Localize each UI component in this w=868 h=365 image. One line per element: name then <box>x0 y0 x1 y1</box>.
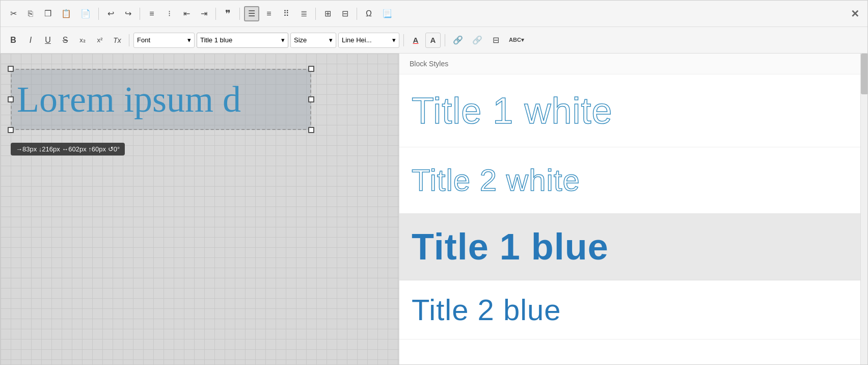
quote-button[interactable]: ❞ <box>220 6 235 21</box>
handle-middle-right[interactable] <box>308 96 314 102</box>
close-button[interactable]: ✕ <box>847 6 862 21</box>
font-select-label: Font <box>137 36 150 44</box>
style-item-title2-white[interactable]: Title 2 white <box>399 147 867 214</box>
table2-button[interactable]: ⊟ <box>337 6 352 21</box>
scrollbar-thumb[interactable] <box>861 54 867 94</box>
undo-button[interactable]: ↩ <box>103 6 118 21</box>
separator3 <box>215 8 216 20</box>
style-label-title1-blue: Title 1 blue <box>412 226 609 267</box>
style-select-arrow: ▾ <box>281 36 285 44</box>
style-item-title1-white[interactable]: Title 1 white <box>399 74 867 147</box>
position-tooltip: →83px ↓216px ↔602px ↑60px ↺0° <box>11 143 125 155</box>
superscript-button[interactable]: x² <box>92 33 107 48</box>
position-tooltip-text: →83px ↓216px ↔602px ↑60px ↺0° <box>16 145 120 153</box>
font-select[interactable]: Font ▾ <box>133 33 195 48</box>
align-justify-button[interactable]: ≣ <box>296 6 311 21</box>
bold-button[interactable]: B <box>6 33 21 48</box>
app-window: ✂ ⎘ ❒ 📋 📄 ↩ ↪ ≡ ⁝ ⇤ ⇥ ❞ ☰ ≡ ⠿ ≣ ⊞ ⊟ Ω 📃 … <box>0 0 868 365</box>
handle-bottom-left[interactable] <box>8 127 14 133</box>
cut-button[interactable]: ✂ <box>6 6 21 21</box>
canvas-text-content: Lorem ipsum d <box>11 69 311 130</box>
canvas-text: Lorem ipsum d <box>17 79 241 121</box>
subscript-button[interactable]: x₂ <box>75 33 90 48</box>
lineheight-arrow: ▾ <box>392 36 396 44</box>
handle-top-left[interactable] <box>8 66 14 72</box>
separator1 <box>98 8 99 20</box>
unordered-list-button[interactable]: ⁝ <box>161 6 177 21</box>
style-item-title1-blue[interactable]: Title 1 blue <box>399 214 867 280</box>
table3-button[interactable]: ⊟ <box>488 33 503 48</box>
toolbar-row1: ✂ ⎘ ❒ 📋 📄 ↩ ↪ ≡ ⁝ ⇤ ⇥ ❞ ☰ ≡ ⠿ ≣ ⊞ ⊟ Ω 📃 … <box>1 1 867 27</box>
dropdown-header: Block Styles <box>399 54 867 74</box>
separator7 <box>129 34 129 46</box>
toolbar-row2: B I U S x₂ x² Tx Font ▾ Title 1 blue ▾ S… <box>1 27 867 54</box>
separator4 <box>239 8 240 20</box>
paste-special-button[interactable]: 📄 <box>77 6 94 21</box>
indent-left-button[interactable]: ⇤ <box>179 6 194 21</box>
table-button[interactable]: ⊞ <box>320 6 335 21</box>
lineheight-select[interactable]: Line Hei... ▾ <box>338 33 399 48</box>
lineheight-label: Line Hei... <box>342 36 372 44</box>
size-arrow: ▾ <box>329 36 333 44</box>
separator5 <box>315 8 316 20</box>
style-item-title2-blue[interactable]: Title 2 blue <box>399 280 867 340</box>
handle-bottom-right[interactable] <box>308 127 314 133</box>
special-chars-button[interactable]: Ω <box>361 6 376 21</box>
separator8 <box>403 34 404 46</box>
style-label-title2-blue: Title 2 blue <box>412 293 561 326</box>
dropdown-header-label: Block Styles <box>410 60 448 68</box>
dropdown-panel: Block Styles Title 1 white Title 2 white… <box>399 54 867 364</box>
align-left-button[interactable]: ☰ <box>244 6 259 21</box>
clear-format-button[interactable]: Tx <box>110 33 125 48</box>
redo-button[interactable]: ↪ <box>120 6 135 21</box>
font-color-button[interactable]: A <box>408 33 423 48</box>
style-label-title1-white: Title 1 white <box>412 90 612 131</box>
scrollbar[interactable] <box>860 54 867 364</box>
indent-right-button[interactable]: ⇥ <box>196 6 211 21</box>
handle-middle-left[interactable] <box>8 96 14 102</box>
font-select-arrow: ▾ <box>187 36 191 44</box>
link-button[interactable]: 🔗 <box>449 33 467 48</box>
canvas-text-element[interactable]: Lorem ipsum d →83px ↓216px ↔602px ↑60px … <box>11 69 311 130</box>
ordered-list-button[interactable]: ≡ <box>144 6 159 21</box>
align-right-button[interactable]: ⠿ <box>279 6 294 21</box>
bg-color-button[interactable]: A <box>425 33 441 48</box>
style-select-label: Title 1 blue <box>200 36 232 44</box>
block-style-select[interactable]: Title 1 blue ▾ <box>197 33 288 48</box>
paste-button[interactable]: 📋 <box>58 6 75 21</box>
main-area: Lorem ipsum d →83px ↓216px ↔602px ↑60px … <box>1 54 867 364</box>
align-center-button[interactable]: ≡ <box>261 6 277 21</box>
separator9 <box>445 34 445 46</box>
separator6 <box>357 8 357 20</box>
handle-top-right[interactable] <box>308 66 314 72</box>
italic-button[interactable]: I <box>23 33 38 48</box>
doc-button[interactable]: 📃 <box>378 6 396 21</box>
copy2-button[interactable]: ❒ <box>40 6 56 21</box>
spellcheck-button[interactable]: ABC▾ <box>505 33 528 48</box>
strikethrough-button[interactable]: S <box>58 33 73 48</box>
size-select-label: Size <box>294 36 307 44</box>
unlink-button[interactable]: 🔗 <box>469 33 486 48</box>
underline-button[interactable]: U <box>40 33 56 48</box>
copy-button[interactable]: ⎘ <box>23 6 38 21</box>
size-select[interactable]: Size ▾ <box>290 33 336 48</box>
separator2 <box>140 8 140 20</box>
style-label-title2-white: Title 2 white <box>412 163 580 197</box>
